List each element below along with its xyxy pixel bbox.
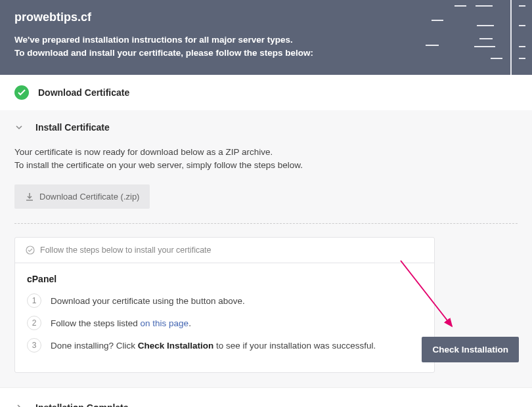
step-number: 2 bbox=[27, 316, 41, 330]
install-section-header[interactable]: Install Certificate bbox=[14, 119, 518, 140]
step-number: 1 bbox=[27, 293, 41, 308]
step-number: 3 bbox=[27, 338, 41, 353]
divider bbox=[14, 223, 518, 224]
check-installation-button[interactable]: Check Installation bbox=[422, 337, 519, 362]
download-certificate-zip-button[interactable]: Download Certificate (.zip) bbox=[14, 184, 150, 209]
header-desc-2: To download and install your certificate… bbox=[14, 47, 518, 60]
installation-complete-section[interactable]: Installation Complete bbox=[0, 387, 532, 407]
checkmark-complete-icon bbox=[14, 85, 29, 100]
chevron-right-icon bbox=[14, 403, 24, 407]
step-1: 1 Download your certificate using the bu… bbox=[27, 293, 422, 308]
page-header: prowebtips.cf We've prepared installatio… bbox=[0, 0, 532, 75]
steps-card-header: Follow the steps below to install your c… bbox=[15, 238, 434, 263]
download-section-title: Download Certificate bbox=[38, 87, 129, 98]
header-desc-1: We've prepared installation instructions… bbox=[14, 33, 518, 47]
complete-section-title: Installation Complete bbox=[35, 402, 129, 407]
header-domain: prowebtips.cf bbox=[14, 11, 518, 24]
check-circle-icon bbox=[26, 246, 35, 255]
download-icon bbox=[25, 192, 34, 202]
download-certificate-section[interactable]: Download Certificate bbox=[0, 75, 532, 110]
steps-card: Follow the steps below to install your c… bbox=[14, 237, 435, 373]
install-description: Your certificate is now ready for downlo… bbox=[14, 146, 518, 173]
steps-title: cPanel bbox=[27, 274, 422, 284]
chevron-down-icon bbox=[14, 123, 24, 132]
svg-point-0 bbox=[26, 246, 34, 254]
step-3: 3 Done installing? Click Check Installat… bbox=[27, 338, 422, 353]
this-page-link[interactable]: on this page bbox=[141, 318, 189, 328]
install-section-title: Install Certificate bbox=[35, 122, 110, 133]
step-2: 2 Follow the steps listed on this page. bbox=[27, 316, 422, 330]
